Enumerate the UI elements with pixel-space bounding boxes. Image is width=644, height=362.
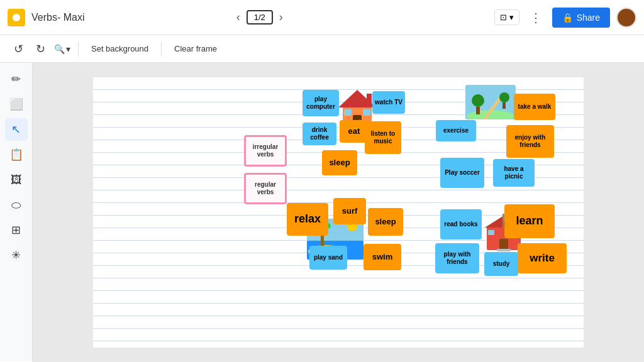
select-tool[interactable]: ↖ <box>5 118 28 141</box>
card-listen-music[interactable]: listen to music <box>365 121 401 154</box>
card-exercise[interactable]: exercise <box>436 120 476 141</box>
card-watch-tv[interactable]: watch TV <box>372 91 405 114</box>
present-arrow: ▾ <box>509 13 514 22</box>
share-button[interactable]: 🔒 Share <box>552 8 610 28</box>
share-label: Share <box>577 13 600 23</box>
card-study[interactable]: study <box>484 252 518 276</box>
present-icon: ⊡ <box>500 13 507 22</box>
prev-slide-button[interactable]: ‹ <box>236 11 240 24</box>
svg-rect-12 <box>502 102 506 109</box>
card-enjoy-friends[interactable]: enjoy with friends <box>506 125 554 158</box>
document-title[interactable]: Verbs- Maxi <box>31 12 230 23</box>
card-learn[interactable]: learn <box>504 204 555 238</box>
svg-rect-4 <box>363 109 370 116</box>
svg-rect-22 <box>502 214 504 228</box>
card-read-books[interactable]: read books <box>440 209 482 239</box>
lock-icon: 🔒 <box>562 13 573 23</box>
card-play-computer[interactable]: play computer <box>303 90 339 116</box>
more-options-button[interactable]: ⋮ <box>526 8 546 28</box>
card-sleep-top[interactable]: sleep <box>322 150 357 175</box>
card-play-with-friends[interactable]: play with friends <box>435 243 479 273</box>
svg-rect-5 <box>367 94 372 104</box>
next-slide-button[interactable]: › <box>279 11 283 24</box>
present-button[interactable]: ⊡ ▾ <box>494 9 519 25</box>
page-indicator: 1/2 <box>247 10 273 25</box>
nature-image <box>465 85 516 119</box>
card-have-picnic[interactable]: have a picnic <box>493 159 535 187</box>
svg-point-11 <box>499 92 509 102</box>
separator <box>78 41 79 57</box>
svg-rect-10 <box>476 107 480 114</box>
card-play-soccer[interactable]: Play soccer <box>440 158 484 188</box>
undo-button[interactable]: ↺ <box>10 40 27 58</box>
separator <box>161 41 162 57</box>
left-sidebar: ✏ ⬜ ↖ 📋 🖼 ⬭ ⊞ ✳ <box>0 63 33 362</box>
shape-tool[interactable]: ⬭ <box>5 194 28 216</box>
textbox-tool[interactable]: ⊞ <box>5 219 28 241</box>
zoom-button[interactable]: 🔍 ▾ <box>54 44 70 54</box>
zoom-arrow: ▾ <box>66 44 70 54</box>
clear-frame-button[interactable]: Clear frame <box>169 41 222 56</box>
svg-rect-25 <box>488 230 494 235</box>
svg-rect-24 <box>499 239 508 250</box>
app-logo <box>8 9 25 26</box>
card-swim[interactable]: swim <box>364 244 401 270</box>
card-sleep-beach[interactable]: sleep <box>368 208 403 236</box>
top-bar: Verbs- Maxi ‹ 1/2 › ⊡ ▾ ⋮ 🔒 Share <box>0 0 644 35</box>
set-background-button[interactable]: Set background <box>86 41 153 56</box>
card-drink-coffee[interactable]: drink coffee <box>303 123 336 145</box>
svg-rect-3 <box>344 109 352 116</box>
canvas[interactable]: play computer watch TV drink coffee exer… <box>93 77 584 348</box>
zoom-icon: 🔍 <box>54 44 65 54</box>
card-relax[interactable]: relax <box>287 203 328 236</box>
svg-point-9 <box>472 94 484 107</box>
svg-rect-27 <box>497 249 511 251</box>
laser-tool[interactable]: ✳ <box>5 244 28 266</box>
card-irregular-verbs[interactable]: irregular verbs <box>244 135 287 167</box>
eraser-tool[interactable]: ⬜ <box>5 93 28 116</box>
canvas-area[interactable]: play computer watch TV drink coffee exer… <box>33 63 644 362</box>
card-write[interactable]: write <box>518 243 567 273</box>
card-surf[interactable]: surf <box>333 198 366 224</box>
card-regular-verbs[interactable]: regular verbs <box>244 173 287 204</box>
redo-button[interactable]: ↻ <box>32 40 49 58</box>
pen-tool[interactable]: ✏ <box>5 68 28 90</box>
card-take-walk[interactable]: take a walk <box>514 94 555 120</box>
sticky-note-tool[interactable]: 📋 <box>5 143 28 166</box>
secondary-toolbar: ↺ ↻ 🔍 ▾ Set background Clear frame <box>0 35 644 63</box>
card-play-sand[interactable]: play sand <box>309 246 347 270</box>
user-avatar[interactable] <box>616 8 636 28</box>
image-tool[interactable]: 🖼 <box>5 168 28 191</box>
